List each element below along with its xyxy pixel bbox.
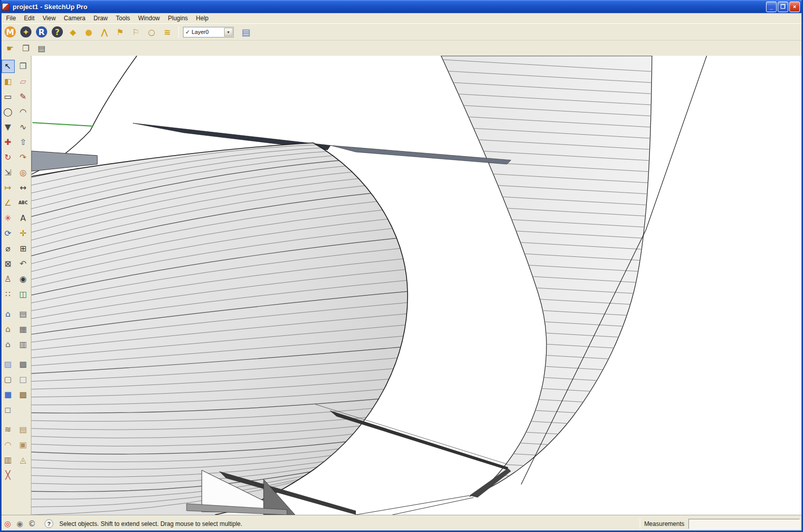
drawing-canvas[interactable] (31, 56, 803, 515)
top-view-icon[interactable]: ▤ (17, 308, 30, 321)
copyright-badge-icon[interactable]: © (27, 519, 36, 528)
look-around-tool-icon[interactable]: ◉ (17, 273, 30, 286)
stamp-icon[interactable]: ▣ (17, 438, 30, 451)
follow-me-tool-icon[interactable]: ↷ (17, 151, 30, 164)
paint-bucket-tool-icon[interactable]: ◧ (2, 75, 15, 88)
position-camera-tool-icon[interactable]: ♙ (2, 273, 15, 286)
flag-plugin-icon[interactable]: ⚑ (113, 25, 127, 39)
make-component-tool-icon[interactable]: ❒ (17, 60, 30, 73)
push-pull-tool-icon[interactable]: ⇧ (17, 136, 30, 149)
dimension-tool-icon[interactable]: ↔ (17, 181, 30, 195)
chevron-down-icon[interactable]: ▼ (224, 28, 233, 36)
roof-plugin-icon[interactable]: ⋀ (97, 25, 112, 39)
move-tool-icon[interactable]: ✚ (2, 136, 15, 149)
green-axis-line (32, 123, 93, 126)
drape-icon[interactable]: ▥ (2, 453, 15, 467)
orbit-tool-icon[interactable]: ⟳ (2, 227, 15, 240)
layer-combo-value: Layer0 (192, 29, 224, 35)
from-scratch-icon[interactable]: ▤ (17, 423, 30, 436)
model-cylinder (31, 142, 409, 515)
sphere-plugin-icon[interactable]: ● (82, 25, 96, 39)
offset-tool-icon[interactable]: ◎ (17, 166, 30, 179)
freehand-tool-icon[interactable]: ∿ (17, 121, 30, 134)
zoom-window-tool-icon[interactable]: ⊞ (17, 242, 30, 255)
circle-tool-icon[interactable]: ◯ (2, 105, 15, 119)
back-view-icon[interactable]: ⌂ (2, 338, 15, 351)
ring-plugin-icon[interactable]: ○ (144, 25, 159, 39)
section-plane-tool-icon[interactable]: ◫ (17, 288, 30, 301)
measurements-input[interactable] (688, 519, 800, 529)
diamond-plugin-icon[interactable]: ◆ (66, 25, 80, 39)
walk-tool-icon[interactable]: ∷ (2, 288, 15, 301)
menu-draw[interactable]: Draw (90, 14, 112, 23)
edit-toolbar: ☛❐▤ (0, 40, 803, 56)
eraser-tool-icon[interactable]: ▱ (17, 75, 30, 88)
left-view-icon[interactable]: ▥ (17, 338, 30, 351)
zoom-tool-icon[interactable]: ⌀ (2, 242, 15, 255)
menu-tools[interactable]: Tools (112, 14, 134, 23)
restore-button[interactable]: ❐ (778, 2, 788, 12)
iso-view-icon[interactable]: ⌂ (2, 308, 15, 321)
back-edges-style-icon[interactable]: ▩ (17, 358, 30, 371)
menu-plugins[interactable]: Plugins (164, 14, 192, 23)
wireframe-style-icon[interactable]: ▢ (2, 373, 15, 386)
m-plugin-icon[interactable]: M (3, 25, 17, 39)
add-detail-icon[interactable]: ◬ (17, 453, 30, 467)
xray-style-icon[interactable]: ▨ (2, 358, 15, 371)
axes-tool-icon[interactable]: ✳ (2, 212, 15, 225)
r-plugin-icon[interactable]: R (34, 25, 49, 39)
print-page-icon[interactable]: ▤ (34, 41, 49, 55)
hand-icon[interactable]: ☛ (3, 41, 17, 55)
text-tool-icon[interactable]: ABC (17, 197, 30, 210)
shaded-textures-style-icon[interactable]: ▩ (17, 388, 30, 401)
menu-file[interactable]: File (2, 14, 20, 23)
arc-tool-icon[interactable]: ◠ (17, 105, 30, 119)
flip-edge-icon[interactable]: ╳ (2, 469, 15, 482)
menu-view[interactable]: View (39, 14, 60, 23)
from-contours-icon[interactable]: ≋ (2, 423, 15, 436)
flag2-plugin-icon[interactable]: ⚐ (129, 25, 143, 39)
layer-combo[interactable]: ✓ Layer0 ▼ (183, 27, 234, 37)
rectangle-tool-icon[interactable]: ▭ (2, 90, 15, 103)
rotate-tool-icon[interactable]: ↻ (2, 151, 15, 164)
window-controls: _❐× (766, 2, 801, 12)
close-button[interactable]: × (789, 2, 800, 12)
statusbar: ◎◉© ? Select objects. Shift to extend se… (0, 515, 803, 532)
titlebar[interactable]: project1 - SketchUp Pro _❐× (0, 0, 803, 13)
credit-badge-icon[interactable]: ◎ (3, 519, 12, 528)
menu-camera[interactable]: Camera (60, 14, 90, 23)
status-badges: ◎◉© (3, 519, 36, 528)
dot-badge-icon[interactable]: ◉ (15, 519, 24, 528)
menu-edit[interactable]: Edit (20, 14, 39, 23)
compass-plugin-icon[interactable]: ✦ (19, 25, 33, 39)
scale-tool-icon[interactable]: ⇲ (2, 166, 15, 179)
menu-window[interactable]: Window (134, 14, 164, 23)
menubar: FileEditViewCameraDrawToolsWindowPlugins… (0, 13, 803, 23)
front-view-icon[interactable]: ⌂ (2, 323, 15, 336)
shaded-style-icon[interactable]: ■ (2, 388, 15, 401)
plugin-toolbar: M✦R?◆●⋀⚑⚐○≋ ✓ Layer0 ▼ ▤ (0, 23, 803, 40)
minimize-button[interactable]: _ (766, 2, 777, 12)
monochrome-style-icon[interactable]: ◻ (2, 403, 15, 416)
help-icon[interactable]: ? (45, 519, 53, 528)
help-plugin-icon[interactable]: ? (50, 25, 64, 39)
smoove-icon[interactable]: ◠ (2, 438, 15, 451)
zoom-extents-tool-icon[interactable]: ⊠ (2, 257, 15, 271)
select-tool-icon[interactable]: ↖ (2, 60, 15, 73)
weave-plugin-icon[interactable]: ≋ (160, 25, 174, 39)
measurements-label: Measurements (644, 520, 684, 527)
line-tool-icon[interactable]: ✎ (17, 90, 30, 103)
previous-view-tool-icon[interactable]: ↶ (17, 257, 30, 271)
sandbox-tool-group: ≋▤◠▣▥◬╳ (0, 423, 31, 482)
layer-manager-icon[interactable]: ▤ (239, 25, 253, 39)
menu-help[interactable]: Help (192, 14, 213, 23)
polygon-tool-icon[interactable]: ▼ (2, 121, 15, 134)
right-view-icon[interactable]: ▦ (17, 323, 30, 336)
pan-tool-icon[interactable]: ✛ (17, 227, 30, 240)
export-page-icon[interactable]: ❐ (19, 41, 33, 55)
tool-palette: ↖❒◧▱▭✎◯◠▼∿✚⇧↻↷⇲◎↦↔∠ABC✳A⟳✛⌀⊞⊠↶♙◉∷◫ ⌂▤⌂▦⌂… (0, 56, 31, 515)
protractor-tool-icon[interactable]: ∠ (2, 197, 15, 210)
hidden-line-style-icon[interactable]: □ (17, 373, 30, 386)
tape-measure-tool-icon[interactable]: ↦ (2, 181, 15, 195)
3d-text-tool-icon[interactable]: A (17, 212, 30, 225)
